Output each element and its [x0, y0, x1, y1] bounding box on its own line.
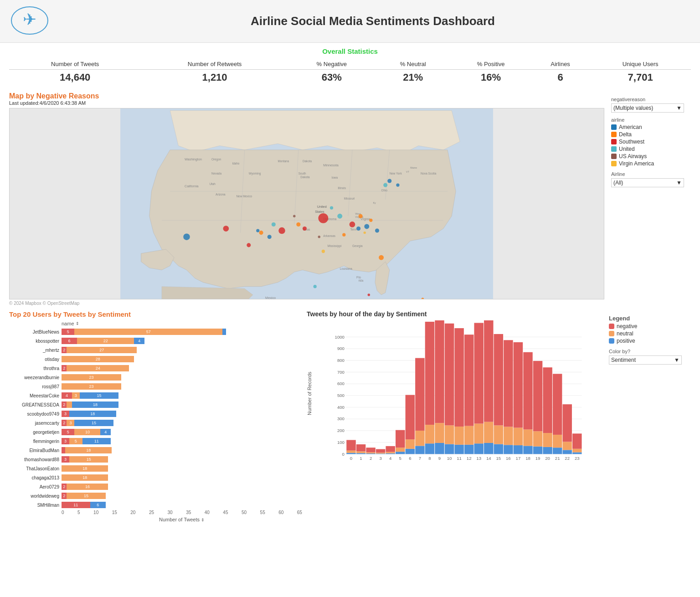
bar-row: ElmiraBudMan18 [9, 446, 302, 454]
bar-segment-container: 18 [62, 447, 302, 453]
stat-col-negative: % Negative [288, 59, 375, 70]
neutral-bar-segment: 10 [74, 429, 100, 435]
bar-segment-container: 557 [62, 329, 302, 335]
bar-row: rossj98723 [9, 382, 302, 391]
x-tick: 30 [168, 510, 173, 515]
bar-row: otisday28 [9, 355, 302, 363]
svg-rect-182 [543, 433, 552, 447]
svg-point-47 [183, 233, 190, 240]
bar-segment-container: 224 [62, 365, 302, 371]
neutral-bar-segment: 57 [74, 329, 222, 335]
stat-val-positive: 16% [451, 70, 531, 86]
positive-bar-segment: 15 [80, 392, 118, 399]
svg-text:Nevada: Nevada [211, 172, 221, 175]
bar-label: scoobydoo9749 [9, 412, 62, 417]
svg-point-63 [350, 221, 355, 227]
svg-point-62 [318, 213, 328, 223]
negative-bar-segment: 3 [62, 411, 69, 417]
positive-bar-segment: 18 [69, 411, 116, 417]
svg-point-65 [278, 227, 285, 234]
neutral-bar-segment: 3 [67, 420, 74, 426]
svg-text:1000: 1000 [335, 335, 345, 340]
svg-rect-142 [445, 425, 454, 444]
svg-rect-114 [376, 453, 385, 453]
negative-reason-dropdown[interactable]: (Multiple values) ▼ [611, 103, 684, 113]
color-by-dropdown[interactable]: Sentiment ▼ [609, 355, 682, 365]
bar-label: kbosspotter [9, 339, 62, 344]
svg-text:0: 0 [350, 456, 352, 461]
svg-rect-193 [572, 452, 582, 454]
airline-legend-item: Delta [611, 131, 691, 138]
airline-legend-item: United [611, 146, 691, 152]
svg-text:California: California [185, 184, 199, 188]
page-title: Airline Social Media Sentiments Dashboar… [55, 14, 691, 28]
svg-text:3: 3 [379, 456, 381, 461]
svg-rect-175 [523, 352, 532, 430]
stat-val-airlines: 6 [531, 70, 590, 86]
svg-rect-115 [376, 449, 385, 453]
svg-text:18: 18 [525, 456, 530, 461]
bar-row: ThatJasonEaton18 [9, 464, 302, 473]
sentiment-name: negative [617, 323, 637, 329]
map-container: Map by Negative Reasons Last updated:4/6… [9, 92, 604, 306]
svg-text:1: 1 [360, 456, 362, 461]
x-axis-ticks: 05101520253035404550556065 [62, 510, 302, 515]
bar-label: _mhertz [9, 348, 62, 353]
bar-segment-container: 28 [62, 356, 302, 362]
chart-legend-sidebar: Legend negativeneutralpositive Color by?… [604, 310, 691, 522]
stats-table: Number of Tweets Number of Retweets % Ne… [9, 59, 691, 85]
svg-rect-194 [572, 449, 582, 453]
stat-col-airlines: Airlines [531, 59, 590, 70]
svg-point-66 [247, 243, 251, 247]
airline-legend-item: Virgin America [611, 160, 691, 167]
svg-rect-127 [406, 395, 415, 440]
svg-rect-185 [553, 448, 562, 454]
logo-area: ✈ [9, 5, 55, 38]
svg-rect-129 [415, 446, 424, 454]
svg-text:South: South [299, 172, 306, 175]
bar-row: JetBlueNews557 [9, 328, 302, 336]
svg-rect-189 [562, 450, 571, 454]
svg-text:12: 12 [467, 456, 472, 461]
svg-text:19: 19 [535, 456, 540, 461]
svg-text:9: 9 [438, 456, 441, 461]
map-canvas: California Nevada Utah Arizona New Mexic… [9, 108, 604, 299]
map-svg: California Nevada Utah Arizona New Mexic… [10, 108, 604, 299]
bar-row: jasemccarty2315 [9, 419, 302, 427]
svg-text:14: 14 [486, 456, 491, 461]
bar-segment-container: 2315 [62, 420, 302, 426]
svg-text:6: 6 [409, 456, 411, 461]
svg-rect-113 [376, 453, 385, 454]
bar-segment-container: 216 [62, 484, 302, 490]
svg-rect-150 [464, 426, 474, 445]
bar-segment-container: 218 [62, 401, 302, 408]
svg-rect-121 [396, 452, 405, 454]
negative-bar-segment: 2 [62, 484, 67, 490]
x-tick: 55 [260, 510, 265, 515]
svg-rect-138 [435, 423, 444, 443]
neutral-bar-segment: 15 [67, 493, 105, 499]
svg-rect-153 [474, 443, 483, 454]
svg-rect-177 [533, 447, 542, 454]
positive-bar-segment: 18 [72, 401, 118, 408]
chevron-down-icon: ▼ [676, 105, 682, 111]
svg-rect-111 [366, 448, 375, 452]
svg-point-61 [223, 226, 229, 232]
svg-point-75 [314, 285, 317, 288]
svg-text:21: 21 [555, 456, 560, 461]
svg-text:Georgia: Georgia [352, 244, 363, 248]
bar-label: Aero0729 [9, 484, 62, 489]
bar-segment-container: 6224 [62, 338, 302, 344]
svg-rect-157 [484, 443, 493, 454]
top-users-title: Top 20 Users by Tweets by Sentiment [9, 310, 302, 318]
svg-point-74 [322, 250, 325, 253]
svg-text:Missouri: Missouri [344, 197, 355, 200]
svg-rect-170 [514, 428, 523, 446]
svg-text:20: 20 [545, 456, 550, 461]
svg-text:Arkansas: Arkansas [323, 234, 335, 237]
svg-rect-171 [514, 342, 523, 428]
svg-rect-139 [435, 320, 444, 423]
bar-chart-rows: JetBlueNews557kbosspotter6224_mhertz227o… [9, 328, 302, 509]
airline-legend-item: Southwest [611, 139, 691, 145]
airline-filter-dropdown[interactable]: (All) ▼ [611, 178, 684, 187]
